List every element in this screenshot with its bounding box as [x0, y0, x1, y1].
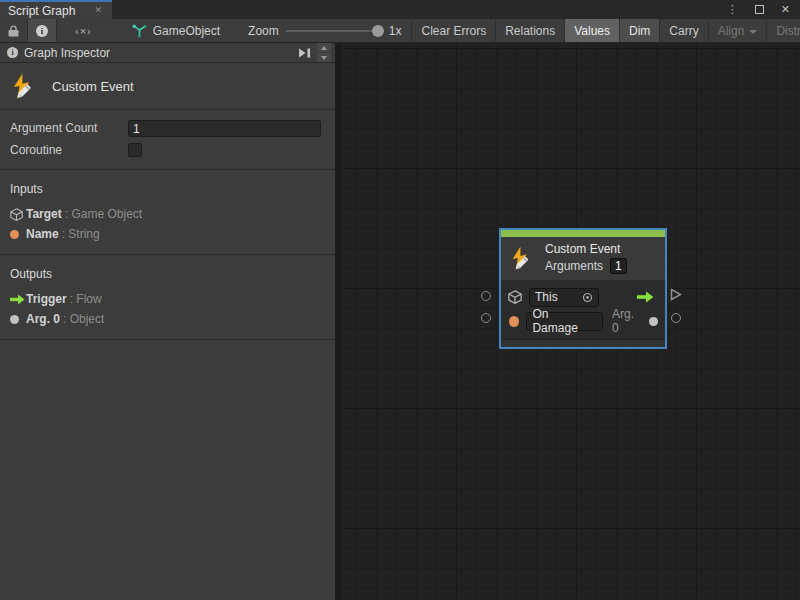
graph-inspector-header: i Graph Inspector — [0, 43, 335, 63]
info-icon: i — [36, 25, 48, 37]
graph-toolbar: i ‹×› GameObject Zoom 1x Clear Errors Re… — [0, 19, 800, 43]
tab-script-graph[interactable]: Script Graph ✕ — [0, 0, 112, 19]
node-row-name: On Damage Arg. 0 — [508, 309, 658, 333]
node-color-bar — [501, 230, 665, 237]
external-output-port-arg0[interactable] — [671, 313, 681, 323]
triangle-down-icon — [321, 56, 327, 60]
triangle-up-icon — [321, 46, 327, 50]
port-type: Flow — [70, 292, 102, 306]
lock-button[interactable] — [0, 19, 28, 42]
info-button[interactable]: i — [28, 19, 57, 42]
port-type: String — [62, 227, 100, 241]
tab-close-icon[interactable]: ✕ — [94, 5, 102, 15]
window-menu-icon[interactable]: ⋮ — [727, 3, 738, 16]
script-graph-window: Script Graph ✕ ⋮ ✕ i ‹×› GameObject Z — [0, 0, 800, 600]
custom-event-icon — [509, 246, 534, 271]
relations-button[interactable]: Relations — [496, 19, 565, 42]
chevron-down-icon — [749, 30, 757, 34]
object-port-dot — [10, 315, 26, 324]
object-port-dot[interactable] — [649, 317, 658, 326]
distribute-label: Distribute — [776, 24, 800, 38]
object-picker-icon[interactable] — [582, 292, 593, 303]
scroll-down-button[interactable] — [317, 53, 331, 62]
external-input-port-name[interactable] — [481, 313, 491, 323]
scroll-up-button[interactable] — [317, 43, 331, 52]
unit-header: Custom Event — [0, 63, 335, 110]
unit-properties: Argument Count 1 Coroutine — [0, 110, 335, 170]
outputs-section: Outputs Trigger Flow Arg. 0 Object — [0, 255, 335, 340]
zoom-label: Zoom — [248, 24, 279, 38]
relations-label: Relations — [505, 24, 555, 38]
values-toggle[interactable]: Values — [565, 19, 620, 42]
zoom-slider[interactable] — [286, 30, 382, 32]
output-row-trigger: Trigger Flow — [0, 289, 335, 309]
argument-count-row: Argument Count 1 — [0, 117, 335, 139]
custom-event-icon — [10, 73, 37, 100]
node-arguments-row: Arguments 1 — [545, 258, 627, 274]
clear-errors-label: Clear Errors — [421, 24, 486, 38]
coroutine-checkbox[interactable] — [128, 143, 142, 157]
zoom-control: Zoom 1x — [230, 19, 411, 42]
distribute-dropdown[interactable]: Distribute — [767, 19, 800, 42]
maximize-icon[interactable] — [755, 5, 764, 14]
node-body: This On Damage Arg. 0 — [501, 280, 665, 339]
node-arguments-field[interactable]: 1 — [610, 258, 627, 274]
panel-scroll-buttons — [317, 43, 331, 62]
node-arg0-label: Arg. 0 — [612, 307, 642, 335]
external-input-port-target[interactable] — [481, 291, 491, 301]
inputs-title: Inputs — [0, 176, 335, 204]
graph-canvas[interactable]: Custom Event Arguments 1 This — [341, 43, 800, 600]
inputs-section: Inputs Target Game Object Name String — [0, 170, 335, 255]
lock-icon — [8, 25, 19, 37]
node-footer — [501, 339, 665, 347]
coroutine-label: Coroutine — [10, 143, 128, 157]
port-type: Game Object — [65, 207, 142, 221]
string-port-dot[interactable] — [509, 316, 519, 327]
port-name: Name — [26, 227, 59, 241]
node-header-text: Custom Event Arguments 1 — [545, 242, 627, 274]
unit-title: Custom Event — [52, 79, 134, 94]
string-port-dot — [10, 230, 26, 239]
align-dropdown[interactable]: Align — [709, 19, 768, 42]
context-label: GameObject — [153, 24, 220, 38]
context-gameobject[interactable]: GameObject — [122, 19, 230, 42]
coroutine-row: Coroutine — [0, 139, 335, 161]
values-label: Values — [574, 24, 610, 38]
carry-toggle[interactable]: Carry — [660, 19, 708, 42]
flow-arrow-icon — [10, 294, 26, 305]
node-header[interactable]: Custom Event Arguments 1 — [501, 237, 665, 280]
port-type: Object — [63, 312, 104, 326]
port-name: Arg. 0 — [26, 312, 60, 326]
node-target-value: This — [535, 290, 558, 304]
custom-event-node[interactable]: Custom Event Arguments 1 This — [499, 228, 667, 349]
outputs-title: Outputs — [0, 261, 335, 289]
port-name: Target — [26, 207, 62, 221]
argument-count-field[interactable]: 1 — [128, 120, 321, 137]
close-icon[interactable]: ✕ — [781, 3, 790, 16]
node-target-dropdown[interactable]: This — [529, 288, 599, 307]
node-name-field[interactable]: On Damage — [526, 312, 603, 331]
zoom-value: 1x — [389, 24, 402, 38]
dock-panel-icon[interactable] — [299, 48, 311, 58]
clear-errors-button[interactable]: Clear Errors — [411, 19, 496, 42]
zoom-slider-knob[interactable] — [372, 25, 384, 37]
dim-label: Dim — [629, 24, 650, 38]
input-row-name: Name String — [0, 224, 335, 244]
external-output-port-trigger[interactable] — [670, 288, 682, 301]
window-controls: ⋮ ✕ — [727, 0, 800, 19]
graph-inspector-title: Graph Inspector — [24, 46, 293, 60]
info-icon: i — [7, 47, 18, 58]
toolbar-spacer — [110, 19, 122, 42]
flow-arrow-icon[interactable] — [637, 291, 654, 303]
dim-toggle[interactable]: Dim — [620, 19, 660, 42]
cube-icon — [508, 290, 522, 304]
align-label: Align — [718, 24, 745, 38]
tab-label: Script Graph — [8, 4, 75, 18]
tab-bar: Script Graph ✕ ⋮ ✕ — [0, 0, 800, 19]
node-title: Custom Event — [545, 242, 627, 256]
edit-code-button[interactable]: ‹×› — [57, 19, 110, 42]
argument-count-label: Argument Count — [10, 121, 128, 135]
output-row-arg0: Arg. 0 Object — [0, 309, 335, 329]
carry-label: Carry — [669, 24, 698, 38]
graph-context-icon — [132, 24, 147, 38]
